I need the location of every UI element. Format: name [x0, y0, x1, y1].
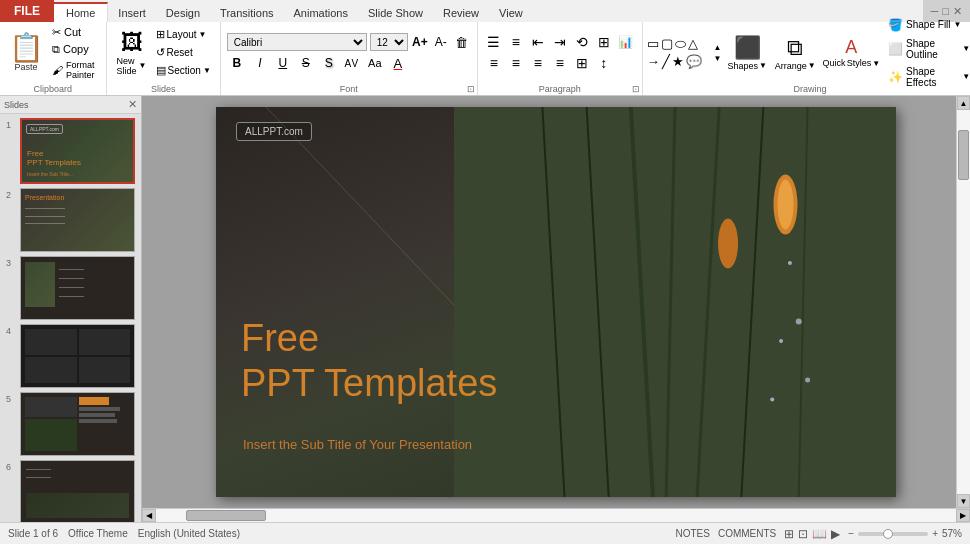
columns-button[interactable]: ⊞: [572, 54, 592, 72]
zoom-slider[interactable]: [858, 532, 928, 536]
shape-rect[interactable]: ▭: [647, 36, 659, 52]
new-slide-label: New Slide: [117, 56, 138, 76]
clear-format-button[interactable]: 🗑: [453, 33, 471, 51]
shape-callout[interactable]: 💬: [686, 54, 702, 69]
tab-design[interactable]: Design: [156, 4, 210, 22]
justify-button[interactable]: ≡: [550, 54, 570, 72]
align-left-button[interactable]: ≡: [484, 54, 504, 72]
slide-num-3: 3: [6, 256, 16, 268]
grow-font-button[interactable]: A+: [411, 33, 429, 51]
zoom-level[interactable]: 57%: [942, 528, 962, 539]
slide-thumb-2[interactable]: 2 Presentation ————————————————————————: [6, 188, 135, 252]
scroll-down-button[interactable]: ▼: [957, 494, 970, 508]
shape-effects-icon: ✨: [888, 70, 903, 84]
char-spacing-button[interactable]: AV: [342, 54, 362, 72]
scroll-thumb[interactable]: [958, 130, 969, 180]
shape-arrow[interactable]: →: [647, 54, 660, 69]
change-case-button[interactable]: Aa: [365, 54, 385, 72]
shape-fill-button[interactable]: 🪣 Shape Fill ▼: [885, 17, 970, 33]
slide-sorter-icon[interactable]: ⊡: [798, 527, 808, 541]
shrink-font-button[interactable]: A-: [432, 33, 450, 51]
tab-insert[interactable]: Insert: [108, 4, 156, 22]
slide-thumb-6[interactable]: 6 ——————————: [6, 460, 135, 522]
bold-button[interactable]: B: [227, 54, 247, 72]
slideshow-icon[interactable]: ▶: [831, 527, 840, 541]
scroll-up-button[interactable]: ▲: [957, 96, 970, 110]
strikethrough-button[interactable]: S: [296, 54, 316, 72]
tab-view[interactable]: View: [489, 4, 533, 22]
shapes-gallery[interactable]: ▭ ▢ ⬭ △ → ╱ ★ 💬: [647, 36, 710, 69]
reset-icon: ↺: [156, 46, 165, 59]
shape-effects-arrow: ▼: [962, 72, 970, 81]
tab-slideshow[interactable]: Slide Show: [358, 4, 433, 22]
paste-button[interactable]: 📋 Paste: [4, 24, 48, 81]
decrease-indent-button[interactable]: ⇤: [528, 33, 548, 51]
slide-subtitle[interactable]: Insert the Sub Title of Your Presentatio…: [243, 437, 472, 452]
font-group: Calibri 12 A+ A- 🗑 B I U S S AV Aa A Fon…: [221, 22, 478, 95]
shape-star[interactable]: ★: [672, 54, 684, 69]
layout-arrow: ▼: [199, 30, 207, 39]
tab-animations[interactable]: Animations: [284, 4, 358, 22]
font-color-button[interactable]: A: [388, 54, 408, 72]
slide-thumb-4[interactable]: 4: [6, 324, 135, 388]
font-name-select[interactable]: Calibri: [227, 33, 367, 51]
shapes-scroll-up[interactable]: ▲ ▼: [714, 43, 722, 63]
arrange-button[interactable]: ⧉ Arrange ▼: [773, 33, 818, 73]
scroll-left-button[interactable]: ◀: [142, 509, 156, 522]
comments-button[interactable]: COMMENTS: [718, 528, 776, 539]
normal-view-icon[interactable]: ⊞: [784, 527, 794, 541]
slide-title[interactable]: Free PPT Templates: [241, 316, 497, 407]
layout-icon: ⊞: [156, 28, 165, 41]
increase-indent-button[interactable]: ⇥: [550, 33, 570, 51]
italic-button[interactable]: I: [250, 54, 270, 72]
line-spacing-button[interactable]: ↕: [594, 54, 614, 72]
smartart-button[interactable]: 📊: [616, 33, 636, 51]
font-size-select[interactable]: 12: [370, 33, 408, 51]
shape-triangle[interactable]: △: [688, 36, 698, 52]
font-dialog-launcher[interactable]: ⊡: [467, 84, 475, 94]
layout-button[interactable]: ⊞ Layout ▼: [153, 27, 214, 42]
svg-point-16: [770, 398, 774, 402]
tab-review[interactable]: Review: [433, 4, 489, 22]
section-button[interactable]: ▤ Section ▼: [153, 63, 214, 78]
maximize-btn[interactable]: □: [942, 5, 949, 17]
vertical-scrollbar[interactable]: ▲ ▼: [956, 96, 970, 508]
align-center-button[interactable]: ≡: [506, 54, 526, 72]
cut-button[interactable]: ✂ Cut: [48, 25, 102, 40]
shape-outline-button[interactable]: ⬜ Shape Outline ▼: [885, 37, 970, 61]
tab-home[interactable]: Home: [54, 2, 108, 22]
notes-button[interactable]: NOTES: [676, 528, 710, 539]
shapes-button[interactable]: ⬛ Shapes ▼: [725, 33, 768, 73]
new-slide-button[interactable]: 🖼 New Slide ▼: [113, 28, 151, 78]
quick-styles-button[interactable]: A Quick Styles ▼: [822, 35, 882, 70]
format-painter-button[interactable]: 🖌 Format Painter: [48, 59, 102, 81]
underline-button[interactable]: U: [273, 54, 293, 72]
shape-oval[interactable]: ⬭: [675, 36, 686, 52]
shape-rounded-rect[interactable]: ▢: [661, 36, 673, 52]
scroll-right-button[interactable]: ▶: [956, 509, 970, 522]
panel-close-button[interactable]: ✕: [128, 98, 137, 111]
reset-button[interactable]: ↺ Reset: [153, 45, 214, 60]
align-text-button[interactable]: ⊞: [594, 33, 614, 51]
horizontal-scrollbar[interactable]: ◀ ▶: [142, 508, 970, 522]
shape-line[interactable]: ╱: [662, 54, 670, 69]
slide-thumb-1[interactable]: 1 ALLPPT.com FreePPT Templates Insert th…: [6, 118, 135, 184]
h-scroll-thumb[interactable]: [186, 510, 266, 521]
bullets-button[interactable]: ☰: [484, 33, 504, 51]
main-slide[interactable]: ALLPPT.com Free PPT Templates Insert the…: [216, 107, 896, 497]
quick-styles-arrow: ▼: [872, 59, 880, 68]
slide-thumb-5[interactable]: 5: [6, 392, 135, 456]
zoom-plus-button[interactable]: +: [932, 528, 938, 539]
minimize-btn[interactable]: ─: [931, 5, 939, 17]
slide-thumb-3[interactable]: 3 ————————————————————: [6, 256, 135, 320]
file-tab[interactable]: FILE: [0, 0, 54, 22]
copy-button[interactable]: ⧉ Copy: [48, 42, 102, 57]
align-right-button[interactable]: ≡: [528, 54, 548, 72]
tab-transitions[interactable]: Transitions: [210, 4, 283, 22]
shadow-button[interactable]: S: [319, 54, 339, 72]
reading-view-icon[interactable]: 📖: [812, 527, 827, 541]
text-direction-button[interactable]: ⟲: [572, 33, 592, 51]
numbering-button[interactable]: ≡: [506, 33, 526, 51]
paragraph-dialog-launcher[interactable]: ⊡: [632, 84, 640, 94]
zoom-minus-button[interactable]: −: [848, 528, 854, 539]
